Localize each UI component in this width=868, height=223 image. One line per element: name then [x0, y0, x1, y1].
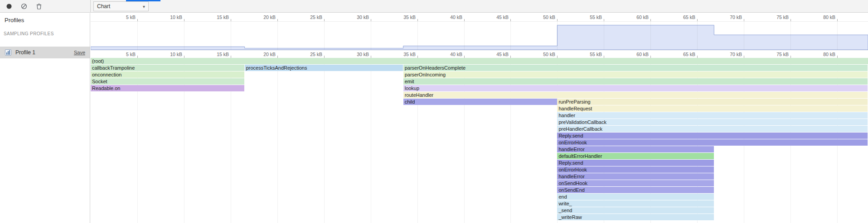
flame-chart: (root)callbackTrampolineprocessTicksAndR… [91, 58, 868, 223]
ruler-tick-label: 65 kB [664, 52, 695, 57]
ruler-tick-mark [837, 19, 838, 21]
flame-frame-handlerequest[interactable]: handleRequest [557, 105, 868, 112]
ruler-tick-label: 25 kB [291, 14, 322, 20]
ruler-tick-label: 30 kB [337, 14, 369, 20]
flame-frame-reply-send[interactable]: Reply.send [557, 160, 713, 166]
chart-view-select[interactable]: Chart ▾ [93, 1, 149, 11]
flame-frame-root[interactable]: (root) [91, 58, 868, 64]
frame-label: Reply.send [557, 133, 868, 139]
ruler-tick-label: 15 kB [197, 52, 229, 57]
flame-frame-reply-send[interactable]: Reply.send [557, 133, 868, 139]
frame-label: onSendEnd [557, 187, 713, 193]
gridline [744, 22, 744, 50]
flame-frame-onconnection[interactable]: onconnection [91, 71, 244, 78]
flame-frame-runpreparsing[interactable]: runPreParsing [557, 99, 868, 105]
flame-frame-onerrorhook[interactable]: onErrorHook [557, 166, 713, 173]
sampling-profiles-section-label: SAMPLING PROFILES [4, 31, 54, 36]
flame-frame-writeraw[interactable]: _writeRaw [557, 214, 713, 220]
allocation-overview[interactable] [91, 22, 868, 50]
gridline [464, 22, 465, 50]
frame-label: defaultErrorHandler [557, 153, 713, 159]
profiles-sidebar: Profiles SAMPLING PROFILES Profile 1 Sav… [0, 13, 90, 223]
frame-label: _send [557, 207, 713, 214]
flame-frame-handleerror[interactable]: handleError [557, 173, 713, 180]
flame-frame-onerrorhook[interactable]: onErrorHook [557, 139, 868, 146]
ruler-tick-mark [790, 19, 791, 21]
gridline [417, 22, 418, 50]
flame-frame-child[interactable]: child [403, 99, 557, 105]
flame-frame-prehandlercallback[interactable]: preHandlerCallback [557, 126, 868, 132]
flame-frame-defaulterrorhandler[interactable]: defaultErrorHandler [557, 153, 713, 159]
flame-frame-callbacktrampoline[interactable]: callbackTrampoline [91, 65, 244, 71]
ruler-tick-label: 25 kB [291, 52, 322, 57]
flame-frame-send[interactable]: _send [557, 207, 713, 214]
ruler-tick-mark [557, 19, 558, 21]
flame-frame-routehandler[interactable]: routeHandler [403, 92, 868, 98]
ruler-tick-label: 30 kB [337, 52, 369, 57]
flame-chart-area: 5 kB10 kB15 kB20 kB25 kB30 kB35 kB40 kB4… [91, 13, 868, 223]
block-icon [21, 3, 27, 9]
flame-frame-handleerror[interactable]: handleError [557, 146, 713, 152]
flame-frame-readable-on[interactable]: Readable.on [91, 85, 244, 91]
ruler-tick-mark [650, 19, 651, 21]
frame-label: Socket [91, 78, 244, 85]
ruler-tick-mark [417, 19, 418, 21]
gridline [277, 22, 278, 50]
flame-frame-parseronincoming[interactable]: parserOnIncoming [403, 71, 868, 78]
ruler-tick-label: 5 kB [104, 14, 136, 20]
clear-profiles-button[interactable] [18, 1, 30, 12]
flame-frame-processticksandrejections[interactable]: processTicksAndRejections [245, 65, 403, 71]
ruler-tick-mark [371, 19, 371, 21]
flame-frame-end[interactable]: end [557, 194, 713, 200]
chart-view-select-value: Chart [97, 3, 143, 9]
record-button[interactable] [3, 1, 15, 12]
delete-profile-button[interactable] [33, 1, 45, 12]
ruler-tick-label: 50 kB [524, 52, 555, 57]
gridline [277, 58, 278, 223]
frame-label: end [557, 194, 713, 200]
ruler-tick-mark [697, 19, 698, 21]
ruler-tick-label: 35 kB [384, 14, 416, 20]
frame-label: Readable.on [91, 85, 244, 91]
ruler-tick-label: 50 kB [524, 14, 555, 20]
ruler-tick-label: 45 kB [477, 14, 509, 20]
profile-list-item[interactable]: Profile 1 Save [0, 47, 90, 58]
gridline [231, 22, 231, 50]
flame-frame-emit[interactable]: emit [403, 78, 868, 85]
profile-name: Profile 1 [15, 49, 70, 56]
ruler-tick-label: 45 kB [477, 52, 509, 57]
gridline [184, 22, 184, 50]
save-profile-link[interactable]: Save [74, 50, 85, 55]
heap-profile-icon [5, 49, 12, 56]
ruler-tick-mark [231, 19, 231, 21]
frame-label: onconnection [91, 71, 244, 78]
gridline [604, 22, 604, 50]
flame-frame-handler[interactable]: handler [557, 112, 868, 119]
frame-label: (root) [91, 58, 868, 64]
ruler-tick-label: 15 kB [197, 14, 229, 20]
frame-label: preHandlerCallback [557, 126, 868, 132]
gridline [510, 22, 511, 50]
flame-frame-write[interactable]: write_ [557, 200, 713, 207]
flame-frame-socket[interactable]: Socket [91, 78, 244, 85]
gridline [324, 22, 325, 50]
frame-label: emit [403, 78, 868, 85]
flame-frame-parseronheaderscomplete[interactable]: parserOnHeadersComplete [403, 65, 868, 71]
flame-frame-onsendend[interactable]: onSendEnd [557, 187, 713, 193]
ruler-tick-label: 80 kB [804, 52, 835, 57]
gridline [137, 22, 138, 50]
ruler-tick-mark [324, 19, 325, 21]
toolbar-divider [90, 0, 91, 13]
frame-label: lookup [403, 85, 868, 91]
flame-frame-lookup[interactable]: lookup [403, 85, 868, 91]
frame-label: preValidationCallback [557, 119, 868, 125]
gridline [650, 22, 651, 50]
flame-frame-onsendhook[interactable]: onSendHook [557, 180, 713, 186]
ruler-tick-mark [510, 19, 511, 21]
ruler-tick-mark [464, 19, 465, 21]
frame-label: child [403, 99, 557, 105]
chevron-down-icon: ▾ [143, 4, 145, 9]
frame-label: handleRequest [557, 105, 868, 112]
flame-frame-prevalidationcallback[interactable]: preValidationCallback [557, 119, 868, 125]
gridline [557, 22, 558, 50]
